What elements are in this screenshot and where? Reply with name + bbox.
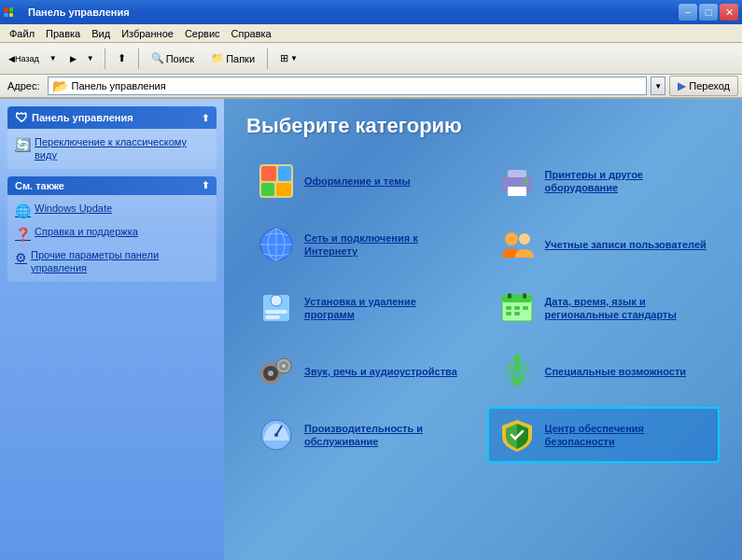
svg-rect-7 xyxy=(508,187,526,196)
sidebar-section2-content: 🌐 Windows Update ❓ Справка и поддержка ⚙… xyxy=(7,195,217,282)
sidebar-link-other-settings[interactable]: ⚙ Прочие параметры панели управления xyxy=(11,245,213,278)
search-icon: 🔍 xyxy=(151,52,164,64)
themes-label: Оформление и темы xyxy=(304,175,411,188)
controlpanel-icon: 🛡 xyxy=(15,110,28,125)
sidebar-section-controlpanel: 🛡 Панель управления ⬆ 🔄 Переключение к к… xyxy=(7,106,217,169)
menu-tools[interactable]: Сервис xyxy=(179,26,226,41)
category-printers[interactable]: Принтеры и другое оборудование xyxy=(487,153,721,209)
forward-dropdown[interactable]: ▼ xyxy=(82,47,99,71)
sidebar-link-help[interactable]: ❓ Справка и поддержка xyxy=(11,222,213,245)
go-button[interactable]: ▶ Переход xyxy=(669,76,738,96)
content-panel: Выберите категорию Оформление и темы xyxy=(224,99,742,560)
network-label: Сеть и подключения к Интернету xyxy=(304,231,469,259)
sidebar-section1-title: Панель управления xyxy=(32,112,133,123)
svg-point-16 xyxy=(271,295,282,306)
window-controls: − □ ✕ xyxy=(679,4,738,21)
category-users[interactable]: Учетные записи пользователей xyxy=(487,217,721,273)
collapse-icon-1: ⬆ xyxy=(202,113,209,123)
menu-edit[interactable]: Правка xyxy=(40,26,86,41)
svg-rect-25 xyxy=(523,306,528,310)
users-label: Учетные записи пользователей xyxy=(545,238,707,251)
sidebar-header-controlpanel[interactable]: 🛡 Панель управления ⬆ xyxy=(7,106,217,129)
menu-favorites[interactable]: Избранное xyxy=(116,26,179,41)
menu-bar: Файл Правка Вид Избранное Сервис Справка xyxy=(0,24,742,43)
category-datetime[interactable]: Дата, время, язык и региональные стандар… xyxy=(487,280,721,336)
address-value: Панель управления xyxy=(72,80,166,91)
category-network[interactable]: Сеть и подключения к Интернету xyxy=(246,217,480,273)
category-sound[interactable]: Звук, речь и аудиоустройства xyxy=(246,343,480,399)
page-title: Выберите категорию xyxy=(246,114,720,138)
maximize-button[interactable]: □ xyxy=(699,4,718,21)
access-icon xyxy=(498,353,536,390)
svg-rect-20 xyxy=(502,295,532,302)
category-security[interactable]: Центр обеспечения безопасности xyxy=(487,407,721,463)
help-icon: ❓ xyxy=(15,226,31,243)
toolbar-separator-3 xyxy=(267,49,268,69)
svg-rect-3 xyxy=(261,183,274,196)
datetime-label: Дата, время, язык и региональные стандар… xyxy=(545,295,709,322)
svg-rect-23 xyxy=(506,306,511,310)
svg-rect-1 xyxy=(261,166,276,181)
sidebar-link-windows-update[interactable]: 🌐 Windows Update xyxy=(11,199,213,222)
back-label: Назад xyxy=(15,54,39,63)
back-button[interactable]: ◀ Назад xyxy=(4,47,44,71)
network-icon xyxy=(258,226,295,263)
view-dropdown-icon: ▼ xyxy=(290,54,298,63)
address-folder-icon: 📂 xyxy=(52,78,68,93)
forward-button[interactable]: ▶ xyxy=(65,47,81,71)
main-area: 🛡 Панель управления ⬆ 🔄 Переключение к к… xyxy=(0,99,742,560)
menu-file[interactable]: Файл xyxy=(4,26,40,41)
search-button[interactable]: 🔍 Поиск xyxy=(145,47,201,71)
sidebar-header-seealso[interactable]: См. также ⬆ xyxy=(7,176,217,195)
folders-icon: 📁 xyxy=(211,52,224,64)
datetime-icon xyxy=(498,289,536,327)
forward-arrow-icon: ▶ xyxy=(70,54,77,63)
category-perf[interactable]: Производительность и обслуживание xyxy=(246,407,480,463)
address-dropdown[interactable]: ▼ xyxy=(651,77,665,95)
svg-point-33 xyxy=(282,364,286,368)
window-title: Панель управления xyxy=(28,7,130,18)
minimize-button[interactable]: − xyxy=(679,4,697,21)
sidebar-link-help-label: Справка и поддержка xyxy=(35,225,138,238)
users-icon xyxy=(498,226,536,263)
svg-rect-8 xyxy=(525,179,528,183)
svg-rect-24 xyxy=(514,306,520,310)
security-label: Центр обеспечения безопасности xyxy=(545,422,709,449)
title-bar: Панель управления − □ ✕ xyxy=(0,0,742,24)
svg-point-14 xyxy=(519,233,530,245)
access-label: Специальные возможности xyxy=(545,365,687,378)
perf-icon xyxy=(258,416,295,454)
close-button[interactable]: ✕ xyxy=(720,4,738,21)
collapse-icon-2: ⬆ xyxy=(202,180,209,190)
classic-view-icon: 🔄 xyxy=(15,136,31,153)
sidebar-link-classic-view[interactable]: 🔄 Переключение к классическому виду xyxy=(11,133,213,165)
svg-rect-18 xyxy=(265,315,280,319)
svg-rect-26 xyxy=(506,312,511,315)
menu-help[interactable]: Справка xyxy=(226,26,277,41)
sidebar-section2-title: См. также xyxy=(15,180,64,191)
sidebar: 🛡 Панель управления ⬆ 🔄 Переключение к к… xyxy=(0,99,224,560)
category-addrem[interactable]: Установка и удаление программ xyxy=(246,280,480,336)
folders-button[interactable]: 📁 Папки xyxy=(204,47,261,71)
sidebar-link-other-label: Прочие параметры панели управления xyxy=(31,248,209,275)
sidebar-link-windows-update-label: Windows Update xyxy=(35,202,112,215)
view-icon: ⊞ xyxy=(280,52,288,64)
svg-point-30 xyxy=(268,371,273,376)
category-access[interactable]: Специальные возможности xyxy=(487,343,721,399)
sidebar-link-classic-label: Переключение к классическому виду xyxy=(35,135,209,162)
folders-label: Папки xyxy=(226,53,255,64)
chevron-down-icon: ▼ xyxy=(49,54,57,63)
up-button[interactable]: ⬆ xyxy=(111,47,133,71)
back-nav[interactable]: ◀ Назад ▼ xyxy=(4,47,62,71)
svg-rect-6 xyxy=(508,170,526,177)
category-themes[interactable]: Оформление и темы xyxy=(246,153,480,209)
addrem-label: Установка и удаление программ xyxy=(304,295,469,322)
back-dropdown[interactable]: ▼ xyxy=(45,47,62,71)
address-input[interactable]: 📂 Панель управления xyxy=(48,77,648,95)
view-button[interactable]: ⊞ ▼ xyxy=(273,47,304,71)
forward-nav[interactable]: ▶ ▼ xyxy=(65,47,99,71)
windows-update-icon: 🌐 xyxy=(15,203,31,219)
menu-view[interactable]: Вид xyxy=(86,26,116,41)
sidebar-section-seealso: См. также ⬆ 🌐 Windows Update ❓ Справка и… xyxy=(7,176,217,282)
go-label: Переход xyxy=(689,80,730,91)
